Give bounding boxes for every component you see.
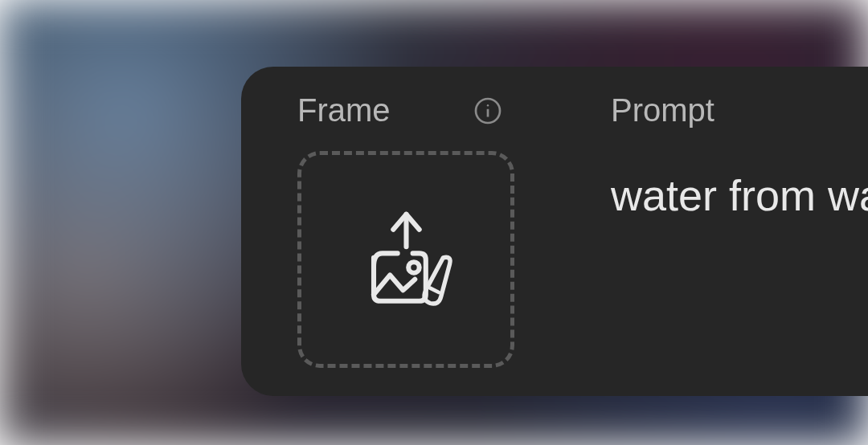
- generation-panel: Frame: [241, 67, 868, 396]
- prompt-input[interactable]: water from wa: [611, 170, 868, 220]
- info-icon[interactable]: [473, 96, 502, 125]
- prompt-section: Prompt water from wa: [611, 92, 868, 370]
- frame-section: Frame: [297, 92, 514, 370]
- svg-line-5: [430, 288, 439, 292]
- frame-header: Frame: [297, 92, 502, 129]
- prompt-label: Prompt: [611, 92, 868, 129]
- upload-image-icon: [352, 206, 461, 314]
- svg-point-4: [408, 262, 420, 273]
- frame-upload-dropzone[interactable]: [297, 151, 514, 368]
- svg-point-2: [487, 104, 489, 106]
- frame-label: Frame: [297, 92, 391, 129]
